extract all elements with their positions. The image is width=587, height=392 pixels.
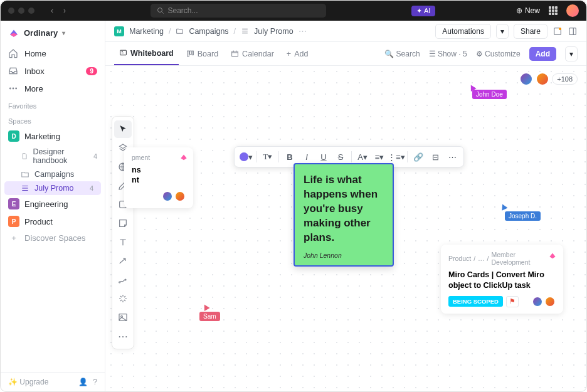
crumb-folder[interactable]: Campaigns — [189, 27, 228, 36]
crumb-space[interactable]: Marketing — [129, 27, 164, 36]
card-title: nsnt — [132, 165, 186, 186]
add-view[interactable]: + Add — [282, 42, 314, 65]
titlebar: ‹› Search... ✦ AI ⊕ New — [1, 1, 586, 21]
more-collaborators[interactable]: +108 — [552, 73, 578, 85]
add-dropdown[interactable]: ▾ — [565, 46, 578, 61]
tab-calendar[interactable]: Calendar — [226, 42, 279, 65]
list-icon — [21, 184, 29, 193]
card-title: Miro Cards | Convert Miro object to Clic… — [448, 270, 556, 291]
content-area: M Marketing / Campaigns / July Promo ⋯ A… — [105, 21, 586, 391]
global-search[interactable]: Search... — [151, 4, 326, 18]
automations-dropdown[interactable]: ▾ — [496, 24, 509, 39]
customize-button[interactable]: ⚙ Customize — [476, 50, 521, 58]
home-icon — [8, 48, 18, 58]
ai-button[interactable]: ✦ AI — [411, 6, 435, 16]
more-icon — [8, 83, 18, 93]
sidebar-item-july-promo[interactable]: July Promo4 — [4, 181, 101, 195]
image-tool[interactable] — [114, 309, 132, 326]
cursor-label: Joseph D. — [505, 211, 541, 221]
nav-inbox[interactable]: Inbox9 — [1, 62, 105, 80]
add-button[interactable]: Add — [529, 47, 556, 61]
upgrade-button[interactable]: ✨ Upgrade — [8, 378, 48, 386]
list-icon — [241, 27, 249, 35]
space-engineering[interactable]: EEngineering — [1, 195, 105, 213]
svg-point-1 — [10, 88, 11, 89]
whiteboard-canvas[interactable]: +108 ⋯ pment nsnt — [105, 66, 586, 391]
sidebar-footer: ✨ Upgrade 👤 ? — [1, 372, 105, 391]
folder-icon — [21, 170, 29, 179]
sidebar: Ordinary▾ Home Inbox9 More Favorites Spa… — [1, 21, 105, 391]
avatar — [174, 191, 186, 202]
flag-icon[interactable]: ⚑ — [506, 296, 519, 307]
board-icon — [186, 50, 194, 58]
sticky-quote: Life is what happens when you're busy ma… — [304, 173, 384, 245]
folder-icon — [176, 27, 184, 35]
new-button[interactable]: ⊕ New — [516, 6, 540, 15]
calendar-icon — [231, 50, 239, 58]
chart-tool[interactable] — [114, 271, 132, 289]
share-button[interactable]: Share — [514, 24, 547, 39]
svg-rect-8 — [187, 51, 189, 56]
text-tool[interactable] — [114, 233, 132, 251]
person-icon[interactable]: 👤 — [78, 378, 88, 386]
ai-tool[interactable] — [114, 290, 132, 307]
collaborators[interactable]: +108 — [519, 72, 578, 86]
space-badge: M — [114, 26, 124, 36]
search-placeholder: Search... — [168, 6, 198, 15]
crumb-list[interactable]: July Promo — [254, 27, 294, 36]
connector-tool[interactable] — [114, 252, 132, 270]
font-size[interactable]: T▾ — [260, 149, 276, 165]
avatar — [162, 191, 173, 202]
svg-rect-9 — [189, 51, 191, 54]
task-card[interactable]: pment nsnt — [124, 147, 193, 208]
space-marketing[interactable]: DMarketing — [1, 127, 105, 145]
svg-rect-7 — [120, 50, 127, 55]
automations-button[interactable]: Automations — [435, 24, 491, 39]
space-product[interactable]: PProduct — [1, 213, 105, 230]
panel-icon[interactable] — [568, 26, 578, 36]
forward-icon: › — [60, 6, 70, 15]
cursor-label: John Doe — [472, 90, 507, 99]
discover-spaces[interactable]: +Discover Spaces — [1, 230, 105, 246]
tab-board[interactable]: Board — [181, 42, 223, 65]
breadcrumb-bar: M Marketing / Campaigns / July Promo ⋯ A… — [105, 21, 586, 42]
tab-whiteboard[interactable]: Whiteboard — [114, 42, 179, 65]
spaces-label: Spaces — [1, 112, 105, 127]
avatar — [532, 296, 543, 307]
task-card[interactable]: Product / … / Member Development Miro Ca… — [441, 245, 563, 314]
sticky-tool[interactable] — [114, 215, 132, 232]
more-tools[interactable]: ⋯ — [114, 327, 132, 345]
svg-point-3 — [16, 88, 17, 89]
nav-more[interactable]: More — [1, 80, 105, 97]
workspace-switcher[interactable]: Ordinary▾ — [1, 21, 105, 45]
nav-home[interactable]: Home — [1, 45, 105, 62]
convert-button[interactable]: ⊟ — [427, 149, 443, 165]
more-format[interactable]: ⋯ — [444, 149, 460, 165]
history-nav[interactable]: ‹› — [47, 6, 70, 15]
status-tag: BEING SCOPED — [448, 296, 503, 307]
svg-rect-10 — [192, 51, 193, 55]
help-icon[interactable]: ? — [93, 378, 97, 386]
search-view[interactable]: 🔍 Search — [384, 50, 420, 58]
link-button[interactable]: 🔗 — [410, 149, 426, 165]
back-icon: ‹ — [47, 6, 57, 15]
sticky-author: John Lennon — [304, 252, 384, 259]
apps-icon[interactable] — [549, 6, 558, 15]
sidebar-item-handbook[interactable]: Designer handbook4 — [1, 145, 105, 167]
clickup-logo-icon — [8, 27, 19, 38]
user-avatar[interactable] — [566, 4, 579, 17]
pointer-tool[interactable] — [114, 120, 132, 138]
inbox-icon — [8, 66, 18, 76]
activity-icon[interactable] — [553, 26, 563, 36]
search-icon — [157, 7, 164, 14]
avatar[interactable] — [536, 72, 549, 86]
card-breadcrumb: Product / … / Member Development — [448, 251, 556, 266]
chevron-down-icon: ▾ — [62, 29, 65, 36]
sidebar-item-campaigns[interactable]: Campaigns — [1, 167, 105, 181]
color-picker[interactable]: ▾ — [238, 149, 254, 165]
more-icon[interactable]: ⋯ — [299, 26, 307, 36]
avatar[interactable] — [519, 72, 533, 86]
svg-point-2 — [13, 88, 14, 89]
sticky-note[interactable]: Life is what happens when you're busy ma… — [294, 163, 394, 267]
show-filter[interactable]: ☰ Show · 5 — [429, 50, 467, 58]
